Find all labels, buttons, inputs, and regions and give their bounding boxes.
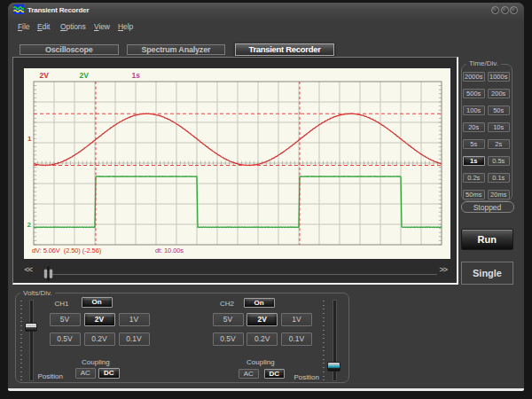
- titlebar[interactable]: Transient Recorder: [8, 3, 524, 21]
- ch1-scale-0.2V-button[interactable]: 0.2V: [84, 332, 115, 347]
- ch1-scale-label: 2V: [39, 71, 49, 80]
- ch2-scale-0.1V-button[interactable]: 0.1V: [281, 332, 312, 347]
- tab-transient-recorder[interactable]: Transient Recorder: [235, 43, 334, 56]
- timebase-50s-button[interactable]: 50s: [488, 106, 510, 115]
- ch1-marker[interactable]: 1: [27, 135, 32, 143]
- ch2-scale-5V-button[interactable]: 5V: [213, 313, 244, 327]
- timebase-5s-button[interactable]: 5s: [463, 139, 485, 149]
- voltsdiv-group-label: Volts/Div.: [20, 289, 55, 297]
- timebase-0.2s-button[interactable]: 0.2s: [463, 173, 485, 183]
- ch2-position-ticks: [323, 301, 325, 380]
- ch1-coupling-label: Coupling: [82, 358, 110, 366]
- scroll-handle[interactable]: [43, 266, 53, 281]
- close-button[interactable]: [510, 6, 518, 14]
- ch1-on-button[interactable]: On: [82, 297, 113, 308]
- scroll-track[interactable]: [49, 274, 437, 275]
- ch2-scale-2V-button[interactable]: 2V: [246, 313, 278, 327]
- app-window: Transient Recorder File Edit Options Vie…: [8, 3, 524, 391]
- ch1-scale-0.5V-button[interactable]: 0.5V: [50, 332, 81, 347]
- ch2-label: CH2: [220, 300, 234, 308]
- ch2-marker[interactable]: 2: [27, 220, 31, 228]
- timebase-200s-button[interactable]: 200s: [488, 89, 510, 98]
- time-scale-label: 1s: [131, 71, 140, 80]
- ch2-scale-0.5V-button[interactable]: 0.5V: [213, 332, 244, 347]
- timebase-group-label: Time/Div.: [466, 59, 501, 67]
- app-icon: [13, 4, 24, 14]
- minimize-button[interactable]: [491, 6, 499, 14]
- menu-options[interactable]: Options: [60, 22, 86, 34]
- ch2-on-button[interactable]: On: [244, 298, 275, 309]
- scroll-left-button[interactable]: <<: [25, 265, 33, 274]
- run-button[interactable]: Run: [461, 229, 513, 251]
- status-badge: Stopped: [461, 201, 514, 213]
- ch1-coupling-ac-button[interactable]: AC: [75, 368, 97, 379]
- readout-dt: dt: 10.00s: [155, 246, 184, 254]
- window-title: Transient Recorder: [27, 6, 89, 14]
- ch1-position-slider[interactable]: [30, 301, 33, 380]
- ch2-coupling-label: Coupling: [246, 358, 275, 366]
- timebase-2000s-button[interactable]: 2000s: [463, 72, 485, 82]
- timebase-0.5s-button[interactable]: 0.5s: [488, 156, 510, 166]
- ch2-scale-1V-button[interactable]: 1V: [281, 313, 312, 327]
- timebase-20s-button[interactable]: 20s: [463, 122, 485, 132]
- ch2-scale-0.2V-button[interactable]: 0.2V: [246, 332, 278, 347]
- timebase-500s-button[interactable]: 500s: [463, 89, 485, 98]
- ch1-position-handle[interactable]: [25, 323, 37, 332]
- ch2-position-handle[interactable]: [327, 362, 340, 372]
- scope-panel: 2V 2V 1s 1 2 dV: 5.06V (2.50) (-2.56) dt…: [12, 57, 458, 285]
- scroll-right-button[interactable]: >>: [440, 265, 448, 274]
- single-button[interactable]: Single: [461, 262, 513, 285]
- timebase-50ms-button[interactable]: 50ms: [463, 190, 485, 200]
- ch1-scale-5V-button[interactable]: 5V: [50, 313, 81, 327]
- scope-display: 2V 2V 1s 1 2 dV: 5.06V (2.50) (-2.56) dt…: [24, 68, 450, 259]
- ch1-scale-1V-button[interactable]: 1V: [119, 313, 150, 327]
- timebase-1s-button[interactable]: 1s: [463, 156, 485, 166]
- ch2-scale-label: 2V: [79, 71, 89, 80]
- ch1-position-ticks: [20, 301, 22, 380]
- menu-help[interactable]: Help: [118, 22, 133, 34]
- timebase-20ms-button[interactable]: 20ms: [488, 190, 510, 200]
- ch1-label: CH1: [55, 300, 69, 308]
- menu-edit[interactable]: Edit: [37, 22, 50, 34]
- ch1-scale-0.1V-button[interactable]: 0.1V: [119, 332, 150, 347]
- ch1-position-label: Position: [38, 372, 63, 380]
- tab-oscilloscope[interactable]: Oscilloscope: [20, 44, 119, 55]
- menu-file[interactable]: File: [18, 22, 29, 34]
- ch2-coupling-ac-button[interactable]: AC: [239, 369, 260, 379]
- timebase-2s-button[interactable]: 2s: [488, 139, 510, 149]
- scope-plot: 2V 2V 1s 1 2 dV: 5.06V (2.50) (-2.56) dt…: [24, 68, 450, 259]
- timebase-100s-button[interactable]: 100s: [463, 106, 485, 115]
- timebase-1000s-button[interactable]: 1000s: [488, 72, 510, 82]
- timebase-10s-button[interactable]: 10s: [488, 122, 510, 132]
- ch2-coupling-dc-button[interactable]: DC: [264, 369, 286, 379]
- ch1-coupling-dc-button[interactable]: DC: [98, 368, 120, 379]
- readout-dv: dV: 5.06V (2.50) (-2.56): [32, 246, 102, 254]
- ch2-position-label: Position: [294, 373, 319, 381]
- maximize-button[interactable]: [501, 6, 509, 14]
- menu-view[interactable]: View: [94, 22, 110, 34]
- timebase-0.1s-button[interactable]: 0.1s: [488, 173, 510, 183]
- ch1-scale-2V-button[interactable]: 2V: [84, 313, 115, 327]
- tab-spectrum-analyzer[interactable]: Spectrum Analyzer: [127, 44, 225, 55]
